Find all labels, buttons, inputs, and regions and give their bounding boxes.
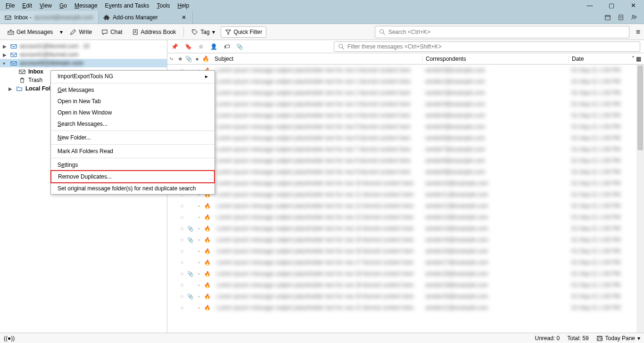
- close-button[interactable]: ✕: [622, 2, 644, 9]
- menu-message[interactable]: Message: [71, 1, 101, 10]
- mail-icon: [10, 43, 17, 49]
- tab-inbox-account: account@example.com: [34, 14, 94, 21]
- unread-status: Unread: 0: [535, 335, 560, 342]
- svg-rect-3: [619, 15, 623, 20]
- calendar-icon[interactable]: [604, 14, 611, 21]
- cm-set-original[interactable]: Set original message folder(s) for next …: [51, 183, 215, 194]
- cm-open-tab[interactable]: Open in New Tab: [51, 96, 215, 107]
- message-row[interactable]: ☆•🔥Lorem ipsum message subject placehold…: [167, 189, 644, 200]
- col-correspondents[interactable]: Correspondents: [422, 56, 569, 62]
- write-button[interactable]: Write: [66, 27, 96, 37]
- search-icon: [379, 29, 386, 35]
- menu-tools[interactable]: Tools: [153, 1, 173, 10]
- quick-filter-button[interactable]: Quick Filter: [221, 26, 267, 38]
- contact-filter-icon[interactable]: 👤: [210, 43, 217, 50]
- menu-go[interactable]: Go: [56, 1, 71, 10]
- message-row[interactable]: ☆•🔥Lorem ipsum message subject placehold…: [167, 110, 644, 121]
- message-filter-input[interactable]: [347, 43, 636, 50]
- get-messages-button[interactable]: Get Messages: [4, 27, 57, 37]
- minimize-button[interactable]: —: [579, 2, 601, 9]
- contacts-icon[interactable]: [631, 14, 637, 21]
- tag-label: Tag: [200, 29, 209, 35]
- message-row[interactable]: ☆📎•🔥Lorem ipsum message subject placehol…: [167, 234, 644, 245]
- col-junk-icon[interactable]: 🔥: [201, 56, 210, 62]
- col-read-icon[interactable]: ●: [193, 56, 201, 62]
- tab-addons[interactable]: Add-ons Manager ✕: [99, 11, 193, 24]
- svg-point-13: [380, 29, 383, 33]
- col-attach-icon[interactable]: 📎: [184, 56, 193, 62]
- column-header: ⤷ ★ 📎 ● 🔥 Subject Correspondents Date˄ ▦: [167, 53, 644, 65]
- cm-mark-read[interactable]: Mark All Folders Read: [51, 146, 215, 157]
- cm-get-messages[interactable]: Get Messages: [51, 84, 215, 96]
- main-toolbar: Get Messages ▾ Write Chat Address Book T…: [0, 24, 644, 40]
- funnel-icon: [225, 29, 231, 35]
- col-date[interactable]: Date˄ ▦: [569, 56, 644, 62]
- get-messages-label: Get Messages: [17, 29, 53, 35]
- message-row[interactable]: ☆•🔥Lorem ipsum message subject placehold…: [167, 212, 644, 223]
- menu-events[interactable]: Events and Tasks: [101, 1, 153, 10]
- global-search-input[interactable]: [388, 29, 625, 35]
- message-row[interactable]: ☆•🔥Lorem ipsum message subject placehold…: [167, 65, 644, 76]
- attachment-filter-icon[interactable]: 📎: [236, 43, 243, 50]
- star-icon[interactable]: ☆: [198, 43, 204, 50]
- maximize-button[interactable]: ▢: [601, 2, 622, 9]
- message-row[interactable]: ☆•🔥Lorem ipsum message subject placehold…: [167, 257, 644, 268]
- status-bar: ((●)) Unread: 0 Total: 59 29Today Pane ▾: [0, 333, 644, 343]
- inbox-icon: [5, 14, 11, 21]
- account-row[interactable]: ▶account1@blurred.com · 10: [0, 42, 167, 50]
- tag-filter-icon[interactable]: 🏷: [224, 43, 230, 50]
- account-row[interactable]: ▶account2@blurred.com: [0, 50, 167, 59]
- message-row[interactable]: ☆•🔥Lorem ipsum message subject placehold…: [167, 76, 644, 87]
- address-book-button[interactable]: Address Book: [128, 27, 180, 37]
- get-messages-dropdown[interactable]: ▾: [58, 27, 64, 37]
- col-subject[interactable]: Subject: [210, 56, 422, 62]
- cm-import-export[interactable]: ImportExportTools NG▸: [51, 71, 215, 82]
- message-row[interactable]: ☆•🔥Lorem ipsum message subject placehold…: [167, 302, 644, 313]
- tag-button[interactable]: Tag ▾: [188, 27, 218, 37]
- col-star-icon[interactable]: ★: [176, 56, 184, 62]
- message-row[interactable]: ☆•🔥Lorem ipsum message subject placehold…: [167, 200, 644, 212]
- message-row[interactable]: ☆•🔥Lorem ipsum message subject placehold…: [167, 279, 644, 291]
- highlight-remove-duplicates: Remove Duplicates...: [50, 170, 215, 183]
- cm-settings[interactable]: Settings: [51, 159, 215, 171]
- cm-separator: [51, 158, 215, 158]
- message-list[interactable]: // placeholder; rows generated below aft…: [167, 65, 644, 333]
- account-row-selected[interactable]: ▾account3@domain.com: [0, 59, 167, 67]
- message-row[interactable]: ☆•🔥Lorem ipsum message subject placehold…: [167, 144, 644, 155]
- message-row[interactable]: ☆•🔥Lorem ipsum message subject placehold…: [167, 121, 644, 132]
- chat-button[interactable]: Chat: [98, 27, 126, 37]
- cm-remove-duplicates[interactable]: Remove Duplicates...: [51, 171, 214, 182]
- tab-inbox[interactable]: Inbox - account@example.com: [0, 11, 99, 24]
- app-menu-button[interactable]: ≡: [636, 28, 640, 36]
- message-row[interactable]: ☆•🔥Lorem ipsum message subject placehold…: [167, 155, 644, 166]
- message-row[interactable]: ☆📎•🔥Lorem ipsum message subject placehol…: [167, 268, 644, 279]
- svg-point-6: [632, 15, 634, 17]
- menu-help[interactable]: Help: [173, 1, 193, 10]
- menu-view[interactable]: View: [36, 1, 56, 10]
- cm-separator: [51, 131, 215, 131]
- global-search[interactable]: [375, 26, 629, 38]
- menu-file[interactable]: File: [2, 1, 18, 10]
- cm-search[interactable]: Search Messages...: [51, 118, 215, 130]
- message-row[interactable]: ☆•🔥Lorem ipsum message subject placehold…: [167, 178, 644, 189]
- menu-edit[interactable]: Edit: [18, 1, 36, 10]
- cm-new-folder[interactable]: New Folder...: [51, 132, 215, 143]
- activity-icon[interactable]: ((●)): [4, 335, 15, 342]
- message-row[interactable]: ☆•🔥Lorem ipsum message subject placehold…: [167, 245, 644, 257]
- message-row[interactable]: ☆📎•🔥Lorem ipsum message subject placehol…: [167, 291, 644, 302]
- message-row[interactable]: ☆•🔥Lorem ipsum message subject placehold…: [167, 98, 644, 110]
- cm-open-window[interactable]: Open in New Window: [51, 107, 215, 118]
- message-filter[interactable]: [334, 41, 640, 52]
- bookmark-icon[interactable]: 🔖: [185, 43, 192, 50]
- tasks-icon[interactable]: [618, 14, 624, 21]
- tab-close-button[interactable]: ✕: [180, 14, 188, 21]
- today-pane-button[interactable]: 29Today Pane ▾: [596, 335, 640, 342]
- svg-rect-16: [11, 53, 17, 57]
- pin-icon[interactable]: 📌: [171, 43, 178, 50]
- message-row[interactable]: ☆📎•🔥Lorem ipsum message subject placehol…: [167, 223, 644, 234]
- message-row[interactable]: ☆•🔥Lorem ipsum message subject placehold…: [167, 166, 644, 178]
- col-thread-icon[interactable]: ⤷: [167, 56, 176, 62]
- svg-text:29: 29: [597, 335, 603, 341]
- message-row[interactable]: ☆•🔥Lorem ipsum message subject placehold…: [167, 87, 644, 98]
- message-row[interactable]: ☆•🔥Lorem ipsum message subject placehold…: [167, 132, 644, 144]
